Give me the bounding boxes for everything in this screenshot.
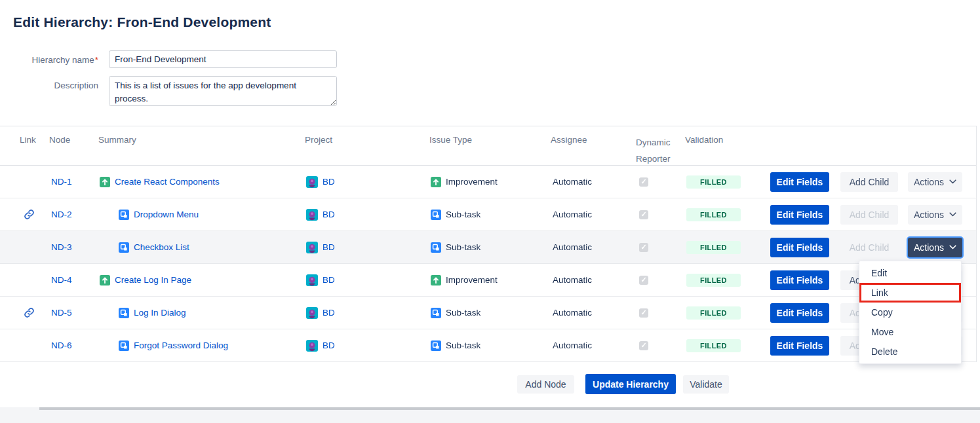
summary-subtask-icon: [119, 308, 129, 318]
edit-fields-button[interactable]: Edit Fields: [770, 270, 829, 290]
menu-item-move[interactable]: Move: [859, 322, 961, 342]
project-name[interactable]: BD: [323, 242, 335, 252]
checkmark-icon: ✓: [640, 211, 646, 218]
dynamic-reporter-checkbox[interactable]: ✓: [639, 177, 648, 187]
checkmark-icon: ✓: [640, 309, 646, 316]
issue-type-label: Sub-task: [446, 308, 480, 318]
issue-type-label: Sub-task: [446, 210, 480, 219]
issue-type-label: Improvement: [446, 177, 498, 187]
summary-improvement-icon: [100, 177, 110, 187]
summary-link[interactable]: Dropdown Menu: [134, 210, 199, 219]
required-marker: *: [95, 55, 98, 65]
table-row: ND-5 Log In Dialog BD Sub-task Au: [0, 297, 976, 329]
summary-improvement-icon: [100, 275, 110, 285]
node-link[interactable]: ND-4: [51, 275, 72, 285]
dynamic-reporter-checkbox[interactable]: ✓: [639, 210, 648, 219]
actions-menu: EditLinkCopyMoveDelete: [859, 261, 962, 364]
node-link[interactable]: ND-3: [51, 242, 72, 252]
edit-fields-button[interactable]: Edit Fields: [770, 172, 829, 192]
project-avatar-icon: [306, 242, 318, 253]
edit-fields-button[interactable]: Edit Fields: [770, 238, 829, 257]
hierarchy-table: Link Node Summary Project Issue Type Ass…: [0, 126, 977, 362]
issue-type-label: Sub-task: [446, 242, 480, 252]
project-name[interactable]: BD: [323, 340, 335, 350]
actions-button[interactable]: Actions: [908, 205, 962, 225]
link-icon: [24, 307, 35, 318]
issue-type-improvement-icon: [431, 177, 441, 187]
assignee-value: Automatic: [551, 275, 636, 285]
description-textarea[interactable]: This is a list of issues for the app dev…: [109, 76, 337, 106]
link-icon: [24, 209, 35, 220]
add-child-button[interactable]: Add Child: [840, 172, 898, 192]
edit-fields-button[interactable]: Edit Fields: [770, 303, 829, 323]
summary-link[interactable]: Forgot Password Dialog: [134, 340, 228, 350]
dynamic-reporter-checkbox[interactable]: ✓: [639, 308, 648, 318]
project-name[interactable]: BD: [323, 177, 335, 187]
add-node-button[interactable]: Add Node: [517, 375, 574, 394]
project-avatar-icon: [306, 340, 318, 352]
assignee-value: Automatic: [551, 177, 636, 187]
dynamic-reporter-checkbox[interactable]: ✓: [639, 276, 648, 285]
project-avatar-icon: [306, 176, 318, 188]
summary-link[interactable]: Create Log In Page: [115, 275, 191, 285]
col-header-validation: Validation: [685, 135, 770, 145]
page-title: Edit Hierarchy: Fron-End Development: [13, 14, 271, 30]
assignee-value: Automatic: [551, 308, 636, 318]
checkmark-icon: ✓: [640, 342, 646, 349]
node-link[interactable]: ND-2: [51, 210, 72, 219]
actions-button[interactable]: Actions: [908, 238, 962, 257]
table-row: ND-3 Checkbox List BD Sub-task Au: [0, 231, 976, 264]
summary-subtask-icon: [119, 242, 129, 253]
horizontal-scrollbar[interactable]: [39, 407, 980, 410]
table-row: ND-1 Create React Components BD Improvem…: [0, 166, 976, 198]
hierarchy-name-input[interactable]: [109, 50, 337, 68]
issue-type-subtask-icon: [431, 308, 441, 318]
menu-item-edit[interactable]: Edit: [859, 263, 961, 283]
summary-link[interactable]: Create React Components: [115, 177, 220, 187]
add-child-button[interactable]: Add Child: [840, 238, 898, 257]
node-link[interactable]: ND-1: [51, 177, 72, 187]
summary-cell: Dropdown Menu: [98, 210, 305, 220]
dynamic-reporter-checkbox[interactable]: ✓: [639, 341, 648, 350]
edit-fields-button[interactable]: Edit Fields: [770, 205, 829, 225]
validate-button[interactable]: Validate: [683, 375, 729, 394]
edit-fields-button[interactable]: Edit Fields: [770, 336, 829, 356]
validation-badge: FILLED: [686, 339, 741, 352]
col-header-node: Node: [49, 135, 98, 145]
assignee-value: Automatic: [551, 210, 636, 219]
actions-button-label: Actions: [914, 210, 944, 220]
validation-badge: FILLED: [686, 175, 741, 189]
summary-cell: Checkbox List: [98, 242, 305, 253]
menu-item-delete[interactable]: Delete: [859, 342, 961, 361]
node-link[interactable]: ND-5: [51, 308, 72, 318]
add-child-button[interactable]: Add Child: [840, 205, 898, 225]
project-avatar-icon: [306, 209, 318, 221]
table-row: ND-2 Dropdown Menu BD Sub-task Au: [0, 198, 976, 231]
col-header-link: Link: [20, 135, 49, 145]
assignee-value: Automatic: [551, 242, 636, 252]
actions-button[interactable]: Actions: [908, 172, 962, 192]
project-name[interactable]: BD: [323, 308, 335, 318]
chevron-down-icon: [949, 212, 956, 217]
chevron-down-icon: [949, 245, 956, 249]
project-name[interactable]: BD: [323, 275, 335, 285]
project-name[interactable]: BD: [323, 210, 335, 219]
project-avatar-icon: [306, 274, 318, 286]
checkmark-icon: ✓: [640, 244, 646, 251]
dynamic-reporter-checkbox[interactable]: ✓: [639, 243, 648, 252]
validation-badge: FILLED: [686, 241, 741, 254]
menu-item-link[interactable]: Link: [859, 283, 961, 303]
validation-badge: FILLED: [686, 274, 741, 287]
node-link[interactable]: ND-6: [51, 340, 72, 350]
assignee-value: Automatic: [551, 340, 636, 350]
summary-link[interactable]: Log In Dialog: [134, 308, 186, 318]
update-hierarchy-button[interactable]: Update Hierarchy: [585, 374, 676, 394]
summary-subtask-icon: [119, 340, 129, 351]
summary-link[interactable]: Checkbox List: [134, 242, 189, 252]
col-header-issue-type: Issue Type: [429, 135, 551, 145]
table-row: ND-6 Forgot Password Dialog BD Sub-task: [0, 329, 976, 362]
table-header-row: Link Node Summary Project Issue Type Ass…: [0, 126, 976, 166]
col-header-project: Project: [305, 135, 429, 145]
menu-item-copy[interactable]: Copy: [859, 303, 961, 322]
validation-badge: FILLED: [686, 208, 741, 221]
